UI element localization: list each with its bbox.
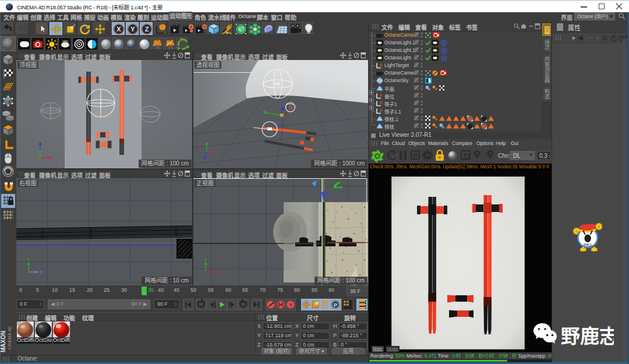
svg-text:10: 10 bbox=[52, 287, 58, 293]
svg-text:野鹿志: 野鹿志 bbox=[584, 243, 592, 247]
svg-text:35: 35 bbox=[148, 287, 154, 293]
svg-text:Y: Y bbox=[204, 257, 207, 263]
svg-text:IES: IES bbox=[63, 41, 67, 43]
svg-text:35 F: 35 F bbox=[350, 288, 361, 294]
svg-text:X: X bbox=[116, 26, 121, 33]
svg-text:85: 85 bbox=[312, 287, 317, 293]
svg-text:Y: Y bbox=[27, 257, 30, 263]
svg-text:90: 90 bbox=[328, 287, 334, 293]
svg-text:15: 15 bbox=[69, 287, 75, 293]
svg-text:80: 80 bbox=[294, 287, 300, 293]
svg-text:65: 65 bbox=[242, 287, 248, 293]
svg-text:60: 60 bbox=[225, 287, 231, 293]
svg-text:?: ? bbox=[289, 302, 292, 308]
svg-text:¥: ¥ bbox=[575, 229, 578, 234]
svg-text:20: 20 bbox=[87, 287, 93, 293]
svg-text:55: 55 bbox=[208, 287, 214, 293]
svg-text:40: 40 bbox=[158, 287, 164, 293]
svg-text:R: R bbox=[413, 153, 418, 159]
svg-text:25: 25 bbox=[104, 287, 109, 293]
svg-text:P: P bbox=[334, 302, 337, 308]
svg-text:野鹿志: 野鹿志 bbox=[561, 326, 614, 347]
svg-text:0.3: 0.3 bbox=[539, 153, 547, 159]
svg-text:¥: ¥ bbox=[598, 224, 600, 229]
svg-text:45: 45 bbox=[174, 287, 179, 293]
svg-text:0: 0 bbox=[19, 287, 22, 293]
svg-text:30: 30 bbox=[121, 287, 127, 293]
svg-text:50: 50 bbox=[190, 287, 196, 293]
svg-text:X: X bbox=[40, 270, 43, 275]
svg-text:5: 5 bbox=[36, 287, 39, 293]
svg-text:DL: DL bbox=[513, 153, 521, 159]
svg-text:Z: Z bbox=[145, 26, 149, 33]
svg-text:↕: ↕ bbox=[548, 154, 550, 159]
svg-text:Y: Y bbox=[130, 26, 135, 33]
svg-text:Chn:: Chn: bbox=[498, 153, 510, 159]
svg-text:X: X bbox=[217, 270, 220, 275]
svg-text:75: 75 bbox=[277, 287, 283, 293]
svg-text:70: 70 bbox=[260, 287, 266, 293]
